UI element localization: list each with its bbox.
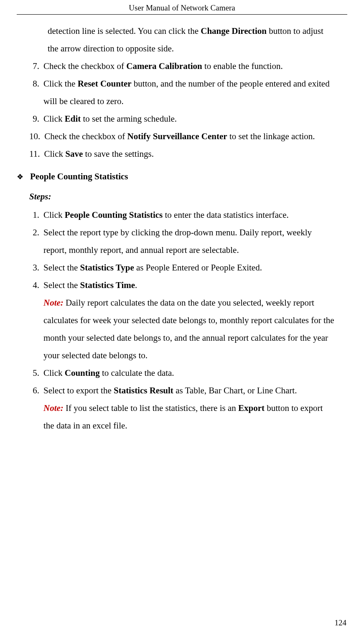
- list-text: Check the checkbox of Camera Calibration…: [43, 57, 335, 75]
- note-label: Note:: [43, 403, 64, 413]
- ordered-list-top: 7. Check the checkbox of Camera Calibrat…: [29, 57, 335, 163]
- list-text: Select the Statistics Time. Note: Daily …: [43, 276, 335, 364]
- list-number: 11.: [29, 145, 44, 163]
- note-text: If you select table to list the statisti…: [64, 403, 238, 413]
- list-number: 9.: [29, 110, 43, 127]
- note-text: Daily report calculates the data on the …: [43, 298, 334, 360]
- bold-text: Reset Counter: [78, 79, 132, 89]
- text: to enter the data statistics interface.: [163, 210, 288, 220]
- list-text: Select the Statistics Type as People Ent…: [43, 259, 335, 276]
- list-item-11: 11. Click Save to save the settings.: [29, 145, 335, 163]
- text: Click: [43, 114, 65, 124]
- list-text: Click the Reset Counter button, and the …: [43, 75, 335, 110]
- list-item-10: 10. Check the checkbox of Notify Surveil…: [29, 127, 335, 145]
- step-item-6: 6. Select to export the Statistics Resul…: [29, 382, 335, 434]
- list-number: 2.: [29, 224, 43, 241]
- text: Check the checkbox of: [43, 61, 126, 71]
- list-item-9: 9. Click Edit to set the arming schedule…: [29, 110, 335, 127]
- list-item-continuation: detection line is selected. You can clic…: [29, 22, 335, 57]
- text: Click: [43, 368, 65, 378]
- section-heading: ❖ People Counting Statistics: [17, 168, 335, 185]
- step-item-5: 5. Click Counting to calculate the data.: [29, 364, 335, 382]
- list-number: 4.: [29, 276, 43, 294]
- bold-text: Edit: [65, 114, 81, 124]
- list-number: 6.: [29, 382, 43, 399]
- list-text: Select the report type by clicking the d…: [43, 224, 335, 259]
- list-text: Click People Counting Statistics to ente…: [43, 206, 335, 224]
- text: to set the linkage action.: [227, 131, 315, 141]
- text: Select the: [43, 280, 80, 290]
- note-label: Note:: [43, 298, 64, 308]
- text: to enable the function.: [202, 61, 283, 71]
- text: as Table, Bar Chart, or Line Chart.: [173, 385, 297, 395]
- list-number: 3.: [29, 259, 43, 276]
- list-text: Check the checkbox of Notify Surveillanc…: [44, 127, 335, 145]
- step-item-2: 2. Select the report type by clicking th…: [29, 224, 335, 259]
- bold-text: People Counting Statistics: [65, 210, 163, 220]
- text: Check the checkbox of: [44, 131, 127, 141]
- ordered-list-steps: 1. Click People Counting Statistics to e…: [29, 206, 335, 434]
- text: Select to export the: [43, 385, 114, 395]
- list-item-7: 7. Check the checkbox of Camera Calibrat…: [29, 57, 335, 75]
- diamond-bullet-icon: ❖: [17, 169, 25, 184]
- bold-text: Statistics Result: [114, 385, 173, 395]
- text: Select the: [43, 263, 80, 273]
- page-header: User Manual of Network Camera: [17, 0, 347, 14]
- text: to set the arming schedule.: [81, 114, 177, 124]
- page-number: 124: [335, 618, 347, 627]
- step-item-1: 1. Click People Counting Statistics to e…: [29, 206, 335, 224]
- bold-text: Change Direction: [201, 26, 267, 36]
- list-text: Click Counting to calculate the data.: [43, 364, 335, 382]
- bold-text: Notify Surveillance Center: [127, 131, 227, 141]
- bold-text: Counting: [65, 368, 100, 378]
- page-content: detection line is selected. You can clic…: [17, 22, 347, 434]
- text: as People Entered or People Exited.: [134, 263, 262, 273]
- list-number: 5.: [29, 364, 43, 382]
- text: to save the settings.: [83, 149, 154, 159]
- text: .: [135, 280, 137, 290]
- header-divider: [17, 14, 347, 15]
- bold-text: Statistics Type: [80, 263, 134, 273]
- text: Click: [43, 210, 65, 220]
- text: detection line is selected. You can clic…: [48, 26, 201, 36]
- section-title: People Counting Statistics: [30, 168, 128, 185]
- step-item-3: 3. Select the Statistics Type as People …: [29, 259, 335, 276]
- list-item-8: 8. Click the Reset Counter button, and t…: [29, 75, 335, 110]
- text: Click the: [43, 79, 78, 89]
- list-number: 1.: [29, 206, 43, 224]
- bold-text: Statistics Time: [80, 280, 135, 290]
- list-number: 8.: [29, 75, 43, 92]
- bold-text: Export: [238, 403, 265, 413]
- list-number: 7.: [29, 57, 43, 75]
- bold-text: Camera Calibration: [126, 61, 202, 71]
- text: Click: [44, 149, 65, 159]
- bold-text: Save: [65, 149, 83, 159]
- list-number: 10.: [29, 127, 44, 145]
- list-text: Select to export the Statistics Result a…: [43, 382, 335, 434]
- steps-label: Steps:: [29, 188, 335, 205]
- step-item-4: 4. Select the Statistics Time. Note: Dai…: [29, 276, 335, 364]
- list-text: Click Save to save the settings.: [44, 145, 335, 163]
- list-text: Click Edit to set the arming schedule.: [43, 110, 335, 127]
- text: to calculate the data.: [100, 368, 174, 378]
